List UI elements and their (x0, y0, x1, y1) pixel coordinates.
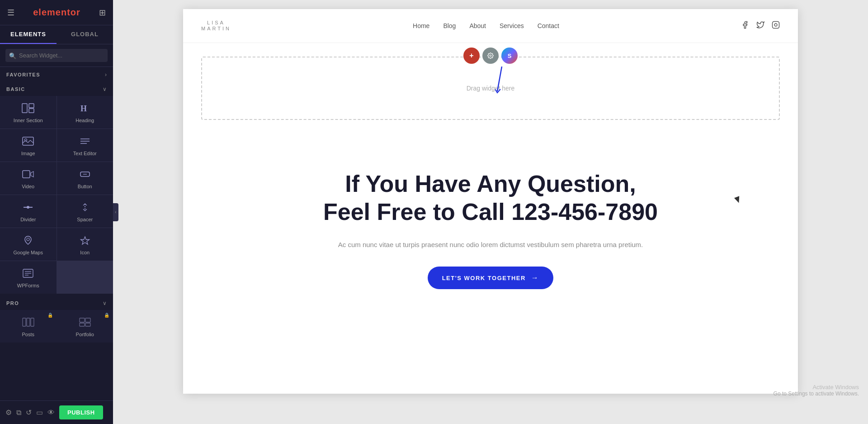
settings-toolbar-icon[interactable]: ⚙ (5, 408, 12, 417)
widget-text-editor-label: Text Editor (73, 151, 97, 156)
basic-section-header[interactable]: BASIC ∨ (0, 81, 113, 96)
logo-line1: LISA (201, 20, 231, 26)
pro-section-header[interactable]: PRO ∨ (0, 295, 113, 310)
nav-about[interactable]: About (469, 22, 486, 29)
svg-rect-9 (23, 171, 30, 178)
widget-spacer-label: Spacer (77, 217, 93, 222)
widget-divider[interactable]: Divider (0, 195, 57, 228)
favorites-chevron-icon: › (105, 71, 107, 78)
widget-icon-label: Icon (80, 250, 90, 255)
nav-services[interactable]: Services (500, 22, 524, 29)
facebook-icon[interactable] (741, 21, 749, 31)
portfolio-icon (79, 317, 91, 329)
svg-point-29 (490, 55, 491, 57)
eye-toolbar-icon[interactable]: 👁 (47, 409, 55, 417)
drag-drop-zone[interactable]: + S Drag widget here (201, 57, 780, 120)
widget-inner-section[interactable]: Inner Section (0, 96, 57, 129)
posts-icon (22, 317, 34, 329)
portfolio-lock-icon: 🔒 (104, 313, 109, 318)
widget-button[interactable]: Button (57, 162, 113, 195)
cta-arrow-icon: → (531, 274, 539, 282)
widget-portfolio[interactable]: 🔒 Portfolio (57, 310, 113, 343)
contact-heading-line1: If You Have Any Question, (345, 171, 636, 197)
widget-button-label: Button (78, 184, 92, 189)
bottom-toolbar: ⚙ ⧉ ↺ ▭ 👁 PUBLISH (0, 400, 113, 424)
widget-video[interactable]: Video (0, 162, 57, 195)
spacer-icon (79, 202, 91, 214)
svg-point-15 (27, 238, 29, 241)
hamburger-icon[interactable]: ☰ (7, 8, 14, 18)
widget-spacer[interactable]: Spacer (57, 195, 113, 228)
twitter-icon[interactable] (756, 21, 764, 31)
basic-label: BASIC (6, 86, 25, 92)
widget-portfolio-label: Portfolio (76, 332, 94, 337)
cta-button[interactable]: LET'S WORK TOGETHER → (428, 267, 554, 289)
collapse-chevron-icon: ‹ (115, 210, 116, 214)
nav-contact[interactable]: Contact (538, 22, 559, 29)
widget-image-label: Image (21, 151, 35, 156)
widget-google-maps-label: Google Maps (14, 250, 43, 255)
history-toolbar-icon[interactable]: ↺ (26, 408, 32, 417)
activate-windows-title: Activate Windows (774, 384, 859, 391)
site-nav: Home Blog About Services Contact (413, 22, 559, 29)
widget-image[interactable]: Image (0, 129, 57, 162)
wpforms-icon (22, 268, 34, 280)
search-bar: 🔍 (0, 44, 113, 67)
cta-button-label: LET'S WORK TOGETHER (442, 275, 526, 281)
contact-section: If You Have Any Question, Feel Free to C… (183, 133, 798, 325)
sidebar-header: ☰ elementor ⊞ (0, 0, 113, 25)
widget-text-editor[interactable]: Text Editor (57, 129, 113, 162)
sidebar-collapse-handle[interactable]: ‹ (113, 203, 118, 221)
search-input[interactable] (5, 49, 108, 62)
pro-widgets-grid: 🔒 Posts 🔒 (0, 310, 113, 343)
svg-rect-21 (27, 318, 30, 326)
widget-posts[interactable]: 🔒 Posts (0, 310, 57, 343)
svg-rect-26 (85, 323, 90, 326)
site-social (741, 21, 780, 31)
add-element-button[interactable]: + (463, 48, 480, 64)
inner-section-icon (22, 103, 34, 115)
widgets-area: FAVORITES › BASIC ∨ Inner Section (0, 67, 113, 424)
widget-video-label: Video (22, 184, 34, 189)
website-frame: LISA MARTIN Home Blog About Services Con… (183, 9, 798, 394)
svg-rect-22 (31, 318, 34, 326)
main-area: LISA MARTIN Home Blog About Services Con… (113, 0, 868, 424)
activate-windows-notice: Activate Windows Go to Settings to activ… (774, 384, 859, 397)
favorites-label: FAVORITES (6, 72, 40, 77)
widget-divider-label: Divider (20, 217, 36, 222)
svg-rect-20 (23, 318, 26, 326)
nav-blog[interactable]: Blog (443, 22, 456, 29)
heading-icon: H (79, 103, 91, 115)
contact-heading: If You Have Any Question, Feel Free to C… (201, 170, 780, 226)
video-icon (22, 169, 34, 181)
widget-icon[interactable]: Icon (57, 228, 113, 261)
button-icon (79, 169, 91, 181)
elementor-menu-button[interactable]: S (501, 48, 518, 64)
layers-toolbar-icon[interactable]: ⧉ (16, 409, 21, 417)
svg-text:H: H (80, 104, 87, 113)
widget-google-maps[interactable]: Google Maps (0, 228, 57, 261)
basic-chevron-icon: ∨ (103, 86, 107, 92)
element-settings-button[interactable] (482, 48, 499, 64)
divider-icon (22, 202, 34, 214)
pro-label: PRO (6, 300, 19, 306)
pro-chevron-icon: ∨ (103, 300, 107, 306)
grid-icon[interactable]: ⊞ (99, 8, 106, 18)
tab-global[interactable]: GLOBAL (57, 25, 113, 44)
widget-heading[interactable]: H Heading (57, 96, 113, 129)
instagram-icon[interactable] (772, 21, 780, 31)
canvas: LISA MARTIN Home Blog About Services Con… (113, 0, 868, 424)
svg-rect-23 (80, 318, 85, 322)
drag-arrow (495, 67, 509, 94)
site-logo: LISA MARTIN (201, 20, 231, 32)
favorites-section-header[interactable]: FAVORITES › (0, 67, 113, 81)
publish-button[interactable]: PUBLISH (59, 405, 103, 419)
tab-elements[interactable]: ELEMENTS (0, 25, 57, 44)
widget-wpforms[interactable]: WPForms (0, 261, 57, 294)
basic-widgets-grid: Inner Section H Heading (0, 96, 113, 294)
responsive-toolbar-icon[interactable]: ▭ (36, 408, 43, 417)
svg-point-5 (25, 139, 27, 141)
nav-home[interactable]: Home (413, 22, 429, 29)
svg-rect-24 (85, 318, 90, 322)
text-editor-icon (79, 136, 91, 148)
